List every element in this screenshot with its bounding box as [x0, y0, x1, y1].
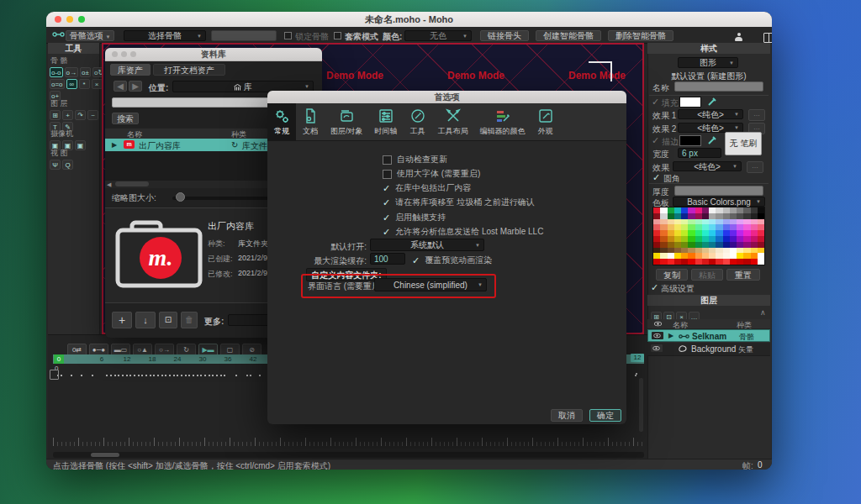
- palette-color-cell[interactable]: [730, 242, 737, 248]
- palette-color-cell[interactable]: [668, 224, 674, 230]
- palette-color-cell[interactable]: [716, 230, 722, 236]
- palette-color-cell[interactable]: [702, 253, 709, 259]
- palette-color-cell[interactable]: [660, 224, 667, 230]
- palette-color-cell[interactable]: [709, 259, 716, 265]
- stroke-color-swatch[interactable]: [679, 135, 701, 146]
- palette-color-cell[interactable]: [723, 259, 730, 265]
- sketch-bone-tool-icon[interactable]: *: [79, 79, 90, 89]
- palette-color-cell[interactable]: [668, 230, 674, 236]
- fill-color-swatch[interactable]: [679, 97, 701, 108]
- palette-color-cell[interactable]: [737, 259, 743, 265]
- palette-color-cell[interactable]: [688, 213, 695, 219]
- palette-color-cell[interactable]: [743, 259, 750, 265]
- rotate-layer-tool-icon[interactable]: ↷: [75, 110, 86, 120]
- ok-button[interactable]: 确定: [589, 409, 621, 422]
- bone-name-input[interactable]: [211, 30, 277, 41]
- palette-color-cell[interactable]: [758, 207, 764, 213]
- palette-color-cell[interactable]: [716, 259, 722, 265]
- palette-color-cell[interactable]: [743, 236, 750, 242]
- palette-color-cell[interactable]: [758, 248, 764, 254]
- lasso-mode-checkbox[interactable]: [334, 32, 341, 39]
- palette-color-cell[interactable]: [723, 207, 730, 213]
- scrollbar-thumb[interactable]: [115, 181, 149, 186]
- palette-color-cell[interactable]: [743, 248, 750, 254]
- palette-color-cell[interactable]: [723, 224, 730, 230]
- palette-color-cell[interactable]: [695, 213, 702, 219]
- tab-library-assets[interactable]: 库资产: [110, 64, 151, 76]
- palette-color-cell[interactable]: [751, 224, 758, 230]
- keyframe-dot[interactable]: [150, 375, 151, 376]
- palette-color-cell[interactable]: [737, 253, 743, 259]
- search-button[interactable]: 搜索: [112, 113, 139, 124]
- keyframe-dot[interactable]: [138, 375, 140, 376]
- palette-color-cell[interactable]: [681, 242, 688, 248]
- pref-check-override-preview[interactable]: 覆盖预览动画渲染: [412, 255, 492, 266]
- bone-options-dropdown[interactable]: 骨骼选项 ▼: [66, 30, 114, 41]
- palette-color-cell[interactable]: [716, 253, 722, 259]
- palette-color-cell[interactable]: [681, 248, 688, 254]
- palette-color-cell[interactable]: [695, 219, 702, 225]
- palette-color-cell[interactable]: [737, 224, 743, 230]
- palette-color-cell[interactable]: [751, 207, 758, 213]
- copy-style-button[interactable]: 复制: [656, 269, 688, 281]
- pan-tool-icon[interactable]: Ψ: [50, 160, 61, 170]
- bone-strength-tool-icon[interactable]: ×: [92, 79, 103, 89]
- palette-color-cell[interactable]: [723, 213, 730, 219]
- minimize-window-button[interactable]: [66, 16, 73, 23]
- account-icon[interactable]: [734, 33, 743, 42]
- palette-color-cell[interactable]: [681, 230, 688, 236]
- palette-color-cell[interactable]: [688, 242, 695, 248]
- keyframe-dot[interactable]: [177, 375, 178, 376]
- scroll-left-arrow-icon[interactable]: ◀: [107, 181, 111, 188]
- palette-color-cell[interactable]: [716, 207, 722, 213]
- keyframe-dot[interactable]: [197, 375, 198, 376]
- palette-color-cell[interactable]: [751, 213, 758, 219]
- palette-color-cell[interactable]: [660, 248, 667, 254]
- keyframe-dot[interactable]: [246, 375, 248, 376]
- palette-color-cell[interactable]: [737, 230, 743, 236]
- tab-appearance[interactable]: 外观: [531, 103, 560, 140]
- palette-color-cell[interactable]: [743, 207, 750, 213]
- tab-timeline[interactable]: 时间轴: [369, 103, 404, 140]
- palette-color-cell[interactable]: [653, 259, 660, 265]
- palette-color-cell[interactable]: [758, 230, 764, 236]
- keyframe-dot[interactable]: [122, 375, 124, 376]
- palette-color-cell[interactable]: [695, 253, 702, 259]
- palette-color-cell[interactable]: [660, 236, 667, 242]
- palette-color-cell[interactable]: [668, 242, 674, 248]
- keyframe-dot[interactable]: [259, 375, 261, 376]
- palette-color-cell[interactable]: [653, 219, 660, 225]
- close-window-button[interactable]: [55, 16, 61, 23]
- palette-color-cell[interactable]: [681, 213, 688, 219]
- expand-arrow-icon[interactable]: ▶: [668, 332, 673, 339]
- layer-visibility-toggle[interactable]: [652, 332, 663, 339]
- palette-color-cell[interactable]: [660, 230, 667, 236]
- stroke-width-input[interactable]: 6 px: [678, 148, 721, 158]
- palette-color-cell[interactable]: [716, 213, 722, 219]
- palette-color-cell[interactable]: [709, 207, 716, 213]
- palette-color-cell[interactable]: [751, 259, 758, 265]
- stroke-eyedropper-icon[interactable]: [707, 134, 718, 145]
- palette-color-cell[interactable]: [743, 253, 750, 259]
- keyframe-dot[interactable]: [193, 375, 194, 376]
- palette-color-cell[interactable]: [730, 230, 737, 236]
- close-window-button[interactable]: [112, 51, 118, 57]
- keyframe-dot[interactable]: [165, 375, 166, 376]
- keyframe-dot[interactable]: [118, 375, 119, 376]
- timeline-zoom-badge[interactable]: 12: [631, 354, 644, 362]
- palette-color-cell[interactable]: [723, 230, 730, 236]
- bind-layer-tool-icon[interactable]: ∞: [66, 79, 77, 89]
- palette-color-cell[interactable]: [716, 248, 722, 254]
- palette-color-cell[interactable]: [751, 219, 758, 225]
- palette-color-cell[interactable]: [702, 213, 709, 219]
- frame-zero-cell[interactable]: 0: [54, 354, 64, 364]
- export-folder-button[interactable]: ⊡: [159, 312, 177, 328]
- palette-color-cell[interactable]: [681, 259, 688, 265]
- palette-color-cell[interactable]: [730, 224, 737, 230]
- palette-color-cell[interactable]: [660, 253, 667, 259]
- pref-check-auto-update[interactable]: 自动检查更新: [383, 154, 447, 165]
- palette-color-cell[interactable]: [743, 230, 750, 236]
- roll-camera-tool-icon[interactable]: ▣: [75, 140, 86, 150]
- palette-color-cell[interactable]: [723, 248, 730, 254]
- palette-color-cell[interactable]: [668, 259, 674, 265]
